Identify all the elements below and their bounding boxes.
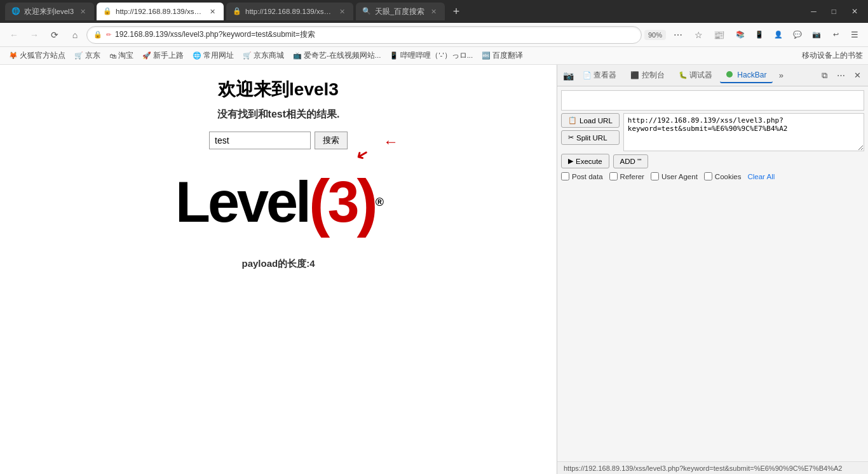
back-button[interactable]: ←	[5, 26, 23, 44]
tab-2-label: http://192.168.89.139/xss/level2...	[116, 8, 204, 15]
tab-1-close[interactable]: ✕	[78, 7, 88, 17]
postdata-checkbox[interactable]	[561, 172, 569, 180]
tab-3[interactable]: 🔒 http://192.168.89.139/xss/level2... ✕	[226, 3, 353, 20]
reader-view-button: 📰	[710, 27, 727, 43]
tab-3-close[interactable]: ✕	[337, 7, 347, 17]
execute-button[interactable]: ▶ Execute	[561, 154, 609, 168]
bookmark-baidu-favicon: 🔤	[482, 51, 491, 60]
postdata-option[interactable]: Post data	[561, 172, 603, 180]
tab-2[interactable]: 🔒 http://192.168.89.139/xss/level2... ✕	[97, 3, 224, 20]
cookies-checkbox[interactable]	[704, 172, 712, 180]
title-bar: 🌐 欢迎来到level3 ✕ 🔒 http://192.168.89.139/x…	[0, 0, 868, 23]
address-input[interactable]	[115, 30, 635, 39]
level-logo: Level ( 3 ) ®	[175, 166, 381, 239]
logo-paren-right: )	[356, 166, 375, 239]
reload-button[interactable]: ⟳	[46, 26, 64, 44]
clear-all-button[interactable]: Clear All	[747, 173, 775, 180]
tab-4[interactable]: 🔍 天眼_百度搜索 ✕	[356, 3, 445, 20]
bookmarks-icon[interactable]: 📚	[732, 27, 749, 43]
useragent-option[interactable]: User Agent	[651, 172, 698, 180]
split-url-button[interactable]: ✂ Split URL	[561, 130, 620, 145]
devtools-dock-button[interactable]: ⧉	[817, 69, 831, 83]
add-button[interactable]: ADD '"	[613, 154, 649, 168]
logo-number: 3	[327, 170, 356, 235]
bookmark-iqiyi-label: 爱奇艺-在线视频网站...	[304, 51, 381, 60]
bookmark-jd[interactable]: 🛒 京东	[71, 50, 104, 62]
tab-3-label: http://192.168.89.139/xss/level2...	[245, 8, 334, 15]
devtools-more-icon[interactable]: »	[774, 69, 788, 83]
minimize-button[interactable]: ─	[806, 6, 822, 17]
bookmark-iqiyi[interactable]: 📺 爱奇艺-在线视频网站...	[289, 50, 384, 62]
hackbar-dot-icon	[726, 71, 733, 78]
page-content: ➜ 欢迎来到level3 没有找到和test相关的结果. 搜索 ← Level …	[0, 65, 557, 474]
devtools-inspector-icon[interactable]: 📷	[561, 69, 575, 83]
close-button[interactable]: ✕	[846, 6, 863, 17]
hackbar-options: Post data Referer User Agent Cookies Cle…	[561, 171, 864, 182]
bookmark-baidu-translate[interactable]: 🔤 百度翻译	[478, 50, 527, 62]
referer-checkbox[interactable]	[609, 172, 618, 180]
cookies-option[interactable]: Cookies	[704, 172, 742, 180]
postdata-label: Post data	[572, 173, 603, 180]
bookmark-newbie-favicon: 🚀	[142, 51, 151, 60]
load-url-button[interactable]: 📋 Load URL	[561, 113, 620, 128]
tab-1[interactable]: 🌐 欢迎来到level3 ✕	[5, 3, 94, 20]
hackbar-top-input[interactable]	[561, 90, 864, 111]
bookmark-common-urls[interactable]: 🌐 常用网址	[189, 50, 238, 62]
bookmark-jd-favicon: 🛒	[74, 51, 83, 60]
devtools-tools-right: ⧉ ⋯ ✕	[817, 69, 864, 83]
tab-console[interactable]: ⬛ 控制台	[624, 67, 670, 83]
devtools-options-button[interactable]: ⋯	[834, 69, 848, 83]
hackbar-url-textarea[interactable]: http://192.168.89.139/xss/level3.php?key…	[623, 113, 864, 151]
hackbar-action-row: ▶ Execute ADD '"	[561, 154, 864, 168]
screenshot-icon[interactable]: 📷	[808, 27, 825, 43]
page-subtitle: 没有找到和test相关的结果.	[217, 108, 340, 121]
back-history-icon[interactable]: ↩	[827, 27, 844, 43]
responsive-icon[interactable]: 📱	[751, 27, 768, 43]
search-input[interactable]	[209, 132, 311, 149]
tab-2-close[interactable]: ✕	[208, 7, 217, 17]
hackbar-buttons: 📋 Load URL ✂ Split URL	[561, 113, 620, 145]
forward-button[interactable]: →	[25, 26, 43, 44]
hackbar-panel: 📋 Load URL ✂ Split URL http://192.168.89…	[557, 86, 868, 461]
logo-level-text: Level	[175, 170, 309, 235]
tab-4-close[interactable]: ✕	[429, 7, 438, 17]
menu-icon[interactable]: ☰	[846, 27, 863, 43]
bookmark-newbie-label: 新手上路	[153, 51, 184, 60]
referer-option[interactable]: Referer	[609, 172, 644, 180]
more-options-button[interactable]: ⋯	[670, 27, 686, 43]
chat-icon[interactable]: 💬	[789, 27, 806, 43]
tab-3-favicon: 🔒	[233, 7, 241, 16]
bookmark-taobao[interactable]: 🛍 淘宝	[105, 50, 137, 62]
bookmark-baidu-label: 百度翻译	[492, 51, 523, 60]
bookmark-taobao-label: 淘宝	[118, 51, 133, 60]
devtools-panel: 📷 📄 查看器 ⬛ 控制台 🐛 调试器 HackBar » ⧉ ⋯ ✕	[557, 65, 868, 474]
bookmark-jdmall[interactable]: 🛒 京东商城	[239, 50, 288, 62]
useragent-checkbox[interactable]	[651, 172, 659, 180]
tab-4-favicon: 🔍	[362, 7, 371, 16]
bookmark-bilibili-label: 哔哩哔哩（'-'）っロ...	[400, 51, 473, 60]
level-logo-text: Level ( 3 ) ®	[175, 166, 381, 239]
tab-debugger[interactable]: 🐛 调试器	[672, 67, 719, 83]
bookmark-sohufox[interactable]: 🦊 火狐官方站点	[5, 50, 69, 62]
mobile-bookmarks: 移动设备上的书签	[802, 51, 863, 60]
bookmark-jd-label: 京东	[85, 51, 100, 60]
bookmark-newbie[interactable]: 🚀 新手上路	[139, 50, 187, 62]
load-url-icon: 📋	[568, 116, 577, 125]
search-button[interactable]: 搜索	[315, 132, 348, 149]
tab-1-label: 欢迎来到level3	[24, 7, 74, 17]
home-button[interactable]: ⌂	[66, 26, 84, 44]
bookmark-star-button[interactable]: ☆	[690, 27, 707, 43]
profile-icon[interactable]: 👤	[770, 27, 787, 43]
devtools-close-button[interactable]: ✕	[850, 69, 864, 83]
page-title: 欢迎来到level3	[218, 78, 339, 102]
tab-hackbar[interactable]: HackBar	[720, 68, 773, 83]
bookmark-jdmall-favicon: 🛒	[243, 51, 252, 60]
new-tab-button[interactable]: +	[447, 3, 465, 20]
window-controls: ─ □ ✕	[806, 6, 863, 17]
bookmark-bilibili[interactable]: 📱 哔哩哔哩（'-'）っロ...	[386, 50, 477, 62]
execute-icon: ▶	[568, 157, 573, 165]
maximize-button[interactable]: □	[827, 6, 841, 17]
tab-inspector[interactable]: 📄 查看器	[576, 67, 623, 83]
bookmark-common-label: 常用网址	[203, 51, 234, 60]
devtools-tabs: 📷 📄 查看器 ⬛ 控制台 🐛 调试器 HackBar » ⧉ ⋯ ✕	[557, 65, 868, 86]
